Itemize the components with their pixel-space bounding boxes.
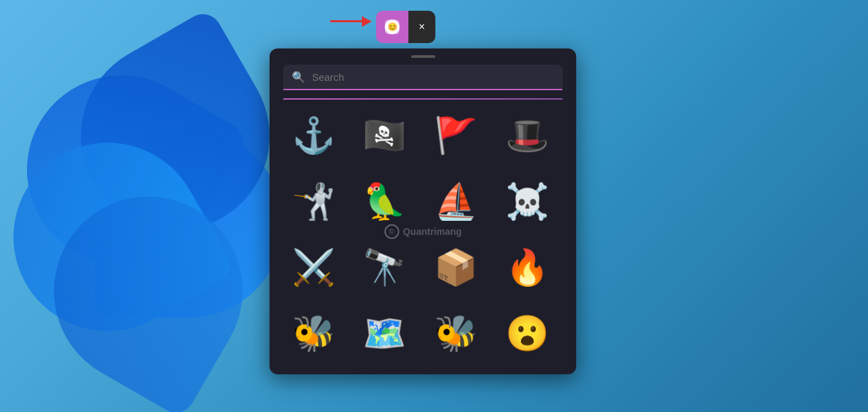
arrow-indicator xyxy=(330,20,371,22)
sticker-item-emoji-face[interactable]: 😮 xyxy=(497,303,557,364)
sticker-picker-button[interactable]: 😊 xyxy=(376,11,408,43)
close-button[interactable]: × xyxy=(408,11,435,43)
search-container: 🔍 xyxy=(283,65,563,90)
drag-handle-bar xyxy=(411,55,435,58)
stickers-area[interactable]: © Quantrimang ⚓🏴‍☠️🚩🎩🤺🦜⛵☠️⚔️🔭📦🔥🐝🗺️🐝😮 xyxy=(270,100,576,364)
sticker-item-map[interactable]: 🗺️ xyxy=(354,303,415,364)
search-input[interactable] xyxy=(312,71,554,83)
sticker-item-telescope[interactable]: 🔭 xyxy=(354,237,415,298)
sticker-item-bee2[interactable]: 🐝 xyxy=(426,303,487,364)
sticker-item-treasure-chest[interactable]: 📦 xyxy=(426,237,487,298)
sticker-item-pirate-swordsman[interactable]: 🤺 xyxy=(283,171,344,232)
sticker-item-pirate-ship[interactable]: ⛵ xyxy=(426,171,487,232)
search-icon: 🔍 xyxy=(292,71,305,83)
toolbar: 😊 × xyxy=(376,11,435,43)
search-input-wrap: 🔍 xyxy=(283,65,563,90)
stickers-grid: ⚓🏴‍☠️🚩🎩🤺🦜⛵☠️⚔️🔭📦🔥🐝🗺️🐝😮 xyxy=(283,105,563,364)
close-icon: × xyxy=(418,21,425,33)
desktop: 😊 × 🔍 © Quantrimang ⚓🏴‍☠️🚩🎩🤺🦜⛵☠️ xyxy=(0,0,868,412)
drag-handle[interactable] xyxy=(270,48,576,62)
sticker-item-fire-monster[interactable]: 🔥 xyxy=(497,237,557,298)
sticker-item-parrot[interactable]: 🦜 xyxy=(354,171,415,232)
svg-text:😊: 😊 xyxy=(388,22,398,32)
sticker-item-sword[interactable]: ⚔️ xyxy=(283,237,344,298)
sticker-item-pirate-captain[interactable]: 🏴‍☠️ xyxy=(354,105,415,166)
sticker-picker-panel: 🔍 © Quantrimang ⚓🏴‍☠️🚩🎩🤺🦜⛵☠️⚔️🔭📦🔥🐝🗺️🐝😮 xyxy=(270,48,576,374)
sticker-icon: 😊 xyxy=(383,18,401,36)
sticker-item-pirate-hat[interactable]: 🎩 xyxy=(497,105,557,166)
sticker-item-skull-crossbones[interactable]: ☠️ xyxy=(497,171,557,232)
sticker-item-anchor[interactable]: ⚓ xyxy=(283,105,344,166)
sticker-item-pirate-flag[interactable]: 🚩 xyxy=(426,105,487,166)
sticker-item-bee1[interactable]: 🐝 xyxy=(283,303,344,364)
